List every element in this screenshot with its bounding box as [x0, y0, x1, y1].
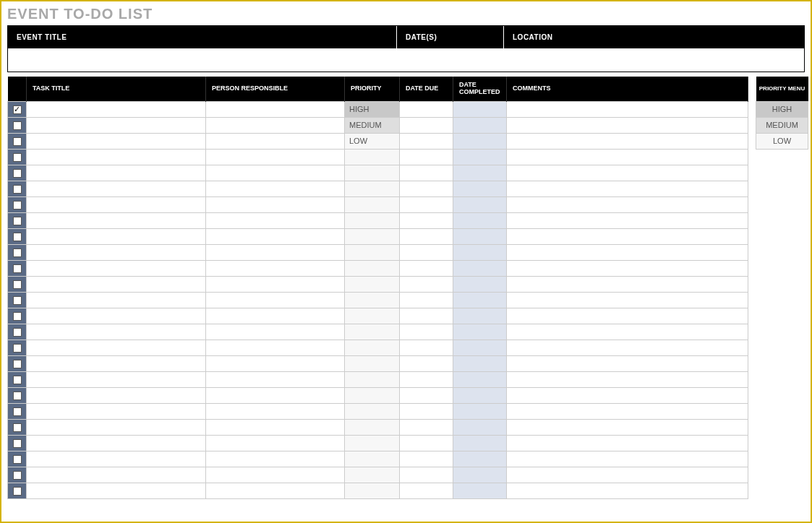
date-due-cell[interactable]	[400, 244, 453, 260]
person-cell[interactable]	[206, 308, 345, 324]
checkbox-icon[interactable]	[13, 137, 22, 146]
date-completed-cell[interactable]	[453, 451, 507, 467]
comments-cell[interactable]	[507, 149, 748, 165]
date-due-cell[interactable]	[400, 340, 453, 355]
priority-cell[interactable]	[345, 212, 400, 228]
person-cell[interactable]	[206, 165, 345, 181]
person-cell[interactable]	[206, 355, 345, 371]
task-checkbox-cell[interactable]	[8, 403, 27, 419]
date-due-cell[interactable]	[400, 292, 453, 308]
task-title-cell[interactable]	[27, 149, 206, 165]
task-checkbox-cell[interactable]	[8, 483, 27, 498]
task-title-cell[interactable]	[27, 228, 206, 244]
comments-cell[interactable]	[507, 101, 748, 117]
checkbox-icon[interactable]	[13, 455, 22, 464]
comments-cell[interactable]	[507, 467, 748, 483]
priority-cell[interactable]	[345, 387, 400, 403]
task-checkbox-cell[interactable]	[8, 419, 27, 435]
person-cell[interactable]	[206, 196, 345, 212]
checkbox-icon[interactable]	[13, 392, 22, 400]
person-cell[interactable]	[206, 260, 345, 276]
comments-cell[interactable]	[507, 212, 748, 228]
priority-cell[interactable]	[345, 355, 400, 371]
task-title-cell[interactable]	[27, 435, 206, 451]
task-title-cell[interactable]	[27, 212, 206, 228]
person-cell[interactable]	[206, 324, 345, 340]
task-title-cell[interactable]	[27, 403, 206, 419]
date-completed-cell[interactable]	[453, 149, 507, 165]
priority-cell[interactable]	[345, 419, 400, 435]
date-due-cell[interactable]	[400, 483, 453, 498]
person-cell[interactable]	[206, 228, 345, 244]
task-title-cell[interactable]	[27, 451, 206, 467]
priority-cell[interactable]	[345, 149, 400, 165]
person-cell[interactable]	[206, 451, 345, 467]
priority-menu-medium[interactable]: MEDIUM	[756, 117, 808, 133]
priority-cell[interactable]	[345, 371, 400, 387]
priority-menu-high[interactable]: HIGH	[756, 101, 808, 117]
person-cell[interactable]	[206, 483, 345, 498]
comments-cell[interactable]	[507, 165, 748, 181]
date-completed-cell[interactable]	[453, 228, 507, 244]
comments-cell[interactable]	[507, 340, 748, 355]
date-completed-cell[interactable]	[453, 483, 507, 498]
comments-cell[interactable]	[507, 308, 748, 324]
task-checkbox-cell[interactable]	[8, 467, 27, 483]
task-title-cell[interactable]	[27, 483, 206, 498]
task-checkbox-cell[interactable]	[8, 451, 27, 467]
comments-cell[interactable]	[507, 276, 748, 292]
task-title-cell[interactable]	[27, 181, 206, 196]
task-checkbox-cell[interactable]	[8, 260, 27, 276]
task-title-cell[interactable]	[27, 196, 206, 212]
checkbox-icon[interactable]	[13, 471, 22, 480]
priority-cell[interactable]	[345, 403, 400, 419]
checkbox-icon[interactable]	[13, 248, 22, 257]
comments-cell[interactable]	[507, 387, 748, 403]
date-completed-cell[interactable]	[453, 435, 507, 451]
comments-cell[interactable]	[507, 292, 748, 308]
priority-cell[interactable]	[345, 228, 400, 244]
task-checkbox-cell[interactable]	[8, 324, 27, 340]
priority-menu-low[interactable]: LOW	[756, 133, 808, 149]
date-due-cell[interactable]	[400, 133, 453, 149]
task-checkbox-cell[interactable]	[8, 149, 27, 165]
date-completed-cell[interactable]	[453, 260, 507, 276]
date-completed-cell[interactable]	[453, 340, 507, 355]
priority-cell[interactable]	[345, 324, 400, 340]
person-cell[interactable]	[206, 117, 345, 133]
date-completed-cell[interactable]	[453, 387, 507, 403]
task-checkbox-cell[interactable]	[8, 212, 27, 228]
comments-cell[interactable]	[507, 435, 748, 451]
task-checkbox-cell[interactable]	[8, 292, 27, 308]
task-checkbox-cell[interactable]	[8, 181, 27, 196]
checkbox-icon[interactable]	[13, 423, 22, 432]
date-due-cell[interactable]	[400, 260, 453, 276]
task-checkbox-cell[interactable]	[8, 196, 27, 212]
date-due-cell[interactable]	[400, 355, 453, 371]
checkbox-icon[interactable]	[13, 264, 22, 273]
event-title-input[interactable]	[8, 48, 396, 72]
date-completed-cell[interactable]	[453, 212, 507, 228]
date-completed-cell[interactable]	[453, 308, 507, 324]
person-cell[interactable]	[206, 435, 345, 451]
comments-cell[interactable]	[507, 355, 748, 371]
priority-cell[interactable]	[345, 483, 400, 498]
checkbox-icon[interactable]	[13, 328, 22, 337]
checkbox-icon[interactable]	[13, 439, 22, 448]
checkbox-icon[interactable]	[13, 312, 22, 321]
date-completed-cell[interactable]	[453, 244, 507, 260]
date-due-cell[interactable]	[400, 387, 453, 403]
task-checkbox-cell[interactable]	[8, 244, 27, 260]
task-title-cell[interactable]	[27, 355, 206, 371]
person-cell[interactable]	[206, 403, 345, 419]
task-title-cell[interactable]	[27, 419, 206, 435]
priority-cell[interactable]	[345, 181, 400, 196]
date-due-cell[interactable]	[400, 276, 453, 292]
task-checkbox-cell[interactable]	[8, 371, 27, 387]
task-title-cell[interactable]	[27, 371, 206, 387]
checkbox-icon[interactable]	[13, 280, 22, 289]
priority-cell[interactable]	[345, 451, 400, 467]
priority-cell[interactable]	[345, 196, 400, 212]
task-title-cell[interactable]	[27, 467, 206, 483]
checkbox-icon[interactable]	[13, 360, 22, 368]
